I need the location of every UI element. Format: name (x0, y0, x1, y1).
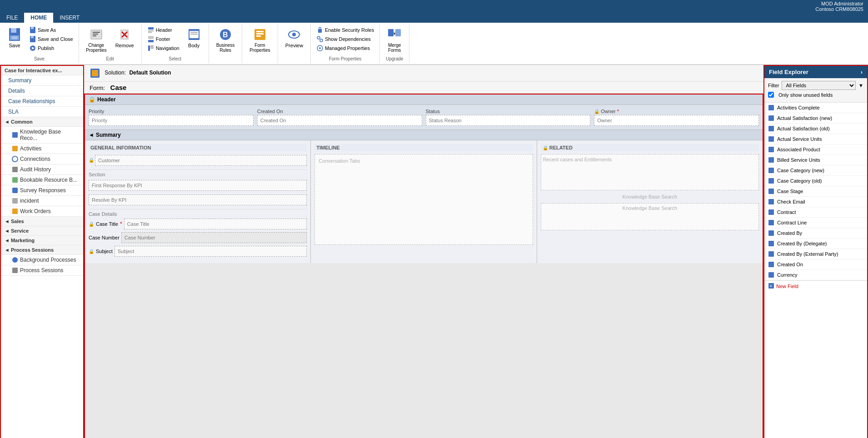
nav-incident-item[interactable]: incident (1, 196, 83, 206)
field-item[interactable]: Contract Line (764, 218, 867, 228)
field-icon (768, 188, 774, 194)
change-properties-button[interactable]: Change Properties (83, 25, 110, 55)
nav-bg-processes-item[interactable]: Background Processes (1, 255, 83, 265)
navigation-button[interactable]: Navigation (145, 44, 181, 53)
explorer-expand-icon[interactable]: › (861, 69, 863, 75)
ribbon: FILE HOME INSERT Save (0, 13, 868, 65)
field-item[interactable]: Created By (Delegate) (764, 239, 867, 249)
preview-button[interactable]: Preview (282, 25, 307, 50)
field-item[interactable]: Case Category (new) (764, 165, 867, 176)
nav-sales-header: ◄ Sales (1, 217, 83, 226)
nav-kb-item[interactable]: Knowledge Base Reco... (1, 127, 83, 144)
status-input[interactable] (426, 115, 591, 126)
field-item[interactable]: Case Stage (764, 186, 867, 197)
case-title-input[interactable] (124, 219, 307, 229)
field-icon (768, 167, 774, 174)
customer-input[interactable] (95, 155, 307, 166)
svg-rect-63 (768, 147, 774, 152)
svg-rect-53 (12, 198, 18, 204)
nav-activities-item[interactable]: Activities (1, 144, 83, 154)
svg-rect-51 (12, 177, 18, 183)
field-item[interactable]: Case Category (old) (764, 176, 867, 186)
nav-case-relationships-link[interactable]: Case Relationships (1, 96, 83, 107)
created-on-input[interactable] (257, 115, 422, 126)
form-properties-button[interactable]: Form Properties (246, 25, 274, 55)
filter-select[interactable]: All Fields (782, 81, 856, 90)
main-layout: Case for Interactive ex... Summary Detai… (0, 65, 868, 438)
footer-icon (147, 35, 155, 43)
field-item[interactable]: Associated Product (764, 144, 867, 155)
svg-rect-17 (148, 27, 154, 30)
filter-chevron: ▼ (858, 83, 863, 88)
resolve-kpi-input[interactable] (89, 194, 307, 205)
case-number-input[interactable] (121, 232, 307, 243)
subject-input[interactable] (115, 246, 307, 257)
ribbon-group-save: Save Save As Save and Close (0, 24, 79, 63)
nav-summary-link[interactable]: Summary (1, 75, 83, 86)
business-rules-button[interactable]: B Business Rules (213, 25, 239, 55)
merge-forms-button[interactable]: Merge Forms (384, 25, 405, 55)
managed-properties-button[interactable]: Managed Properties (314, 44, 376, 53)
tab-home[interactable]: HOME (24, 13, 53, 23)
save-button[interactable]: Save (4, 25, 25, 50)
enable-security-roles-button[interactable]: Enable Security Roles (314, 25, 376, 35)
solution-info: Solution: Default Solution (90, 68, 171, 79)
tab-insert[interactable]: INSERT (53, 13, 86, 23)
field-icon (768, 219, 774, 226)
field-item[interactable]: Actual Satisfaction (new) (764, 113, 867, 124)
owner-required: * (617, 109, 619, 114)
unused-fields-checkbox[interactable] (768, 92, 774, 98)
nav-bookable-item[interactable]: Bookable Resource B... (1, 175, 83, 185)
new-field-item[interactable]: + New Field (764, 280, 867, 292)
owner-field: 🔒 Owner * (594, 109, 759, 126)
field-item[interactable]: Actual Satisfaction (old) (764, 124, 867, 134)
svg-rect-33 (256, 31, 264, 32)
tab-file[interactable]: FILE (0, 13, 24, 23)
field-item[interactable]: Created By (764, 228, 867, 239)
svg-marker-46 (394, 33, 395, 35)
ribbon-group-form-properties: Form Properties - (242, 24, 278, 63)
body-button[interactable]: Body (183, 25, 205, 50)
nav-details-link[interactable]: Details (1, 86, 83, 96)
field-item[interactable]: Billed Service Units (764, 155, 867, 165)
svg-point-37 (292, 33, 296, 36)
header-button[interactable]: Header (145, 25, 181, 35)
show-dependencies-button[interactable]: Show Dependencies (314, 35, 376, 44)
kb-search-label-top: Knowledge Base Search (541, 194, 759, 199)
kb-search-box: Knowledge Base Search (541, 203, 759, 230)
nav-connections-item[interactable]: Connections (1, 154, 83, 164)
save-and-close-button[interactable]: Save and Close (27, 35, 75, 44)
nav-workorders-item[interactable]: Work Orders (1, 206, 83, 217)
field-item[interactable]: Created On (764, 259, 867, 270)
field-icon (768, 251, 774, 257)
remove-button[interactable]: Remove (112, 25, 138, 50)
svg-rect-22 (148, 40, 154, 42)
owner-input[interactable] (594, 115, 759, 126)
priority-input[interactable] (89, 115, 254, 126)
nav-marketing-header: ◄ Marketing (1, 236, 83, 245)
svg-rect-65 (768, 168, 774, 173)
nav-process-sessions-item[interactable]: Process Sessions (1, 265, 83, 276)
field-item[interactable]: Activities Complete (764, 103, 867, 113)
svg-rect-7 (31, 36, 34, 38)
field-item[interactable]: Check Email (764, 197, 867, 207)
footer-button[interactable]: Footer (145, 35, 181, 44)
svg-rect-52 (12, 188, 18, 193)
nav-audit-item[interactable]: Audit History (1, 164, 83, 175)
summary-columns: GENERAL INFORMATION 🔒 Section (85, 140, 763, 263)
field-item[interactable]: Contract (764, 207, 867, 218)
field-item[interactable]: Created By (External Party) (764, 249, 867, 259)
field-item[interactable]: Actual Service Units (764, 134, 867, 144)
first-response-kpi-input[interactable] (89, 180, 307, 191)
svg-rect-67 (768, 189, 774, 194)
field-icon (768, 157, 774, 163)
publish-button[interactable]: Publish (27, 44, 75, 53)
ribbon-group-edit: Change Properties Remove Edit (79, 24, 142, 63)
nav-survey-item[interactable]: Survey Responses (1, 185, 83, 196)
save-as-icon (29, 26, 36, 34)
field-item[interactable]: Currency (764, 270, 867, 280)
svg-line-41 (319, 39, 320, 40)
svg-rect-29 (190, 34, 198, 35)
save-as-button[interactable]: Save As (27, 25, 75, 35)
nav-sla-link[interactable]: SLA (1, 107, 83, 117)
